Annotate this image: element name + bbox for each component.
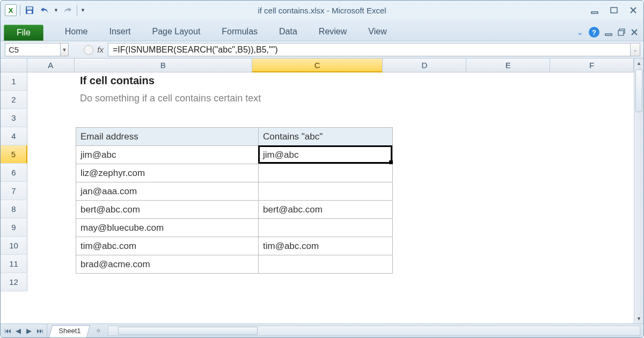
sheet-nav-last-icon[interactable]: ⏭ [35,326,45,336]
cell-email[interactable]: jan@aaa.com [76,182,259,201]
formula-input[interactable]: =IF(ISNUMBER(SEARCH("abc",B5)),B5,"") [108,43,631,56]
hscroll-thumb[interactable] [118,327,258,335]
tab-data[interactable]: Data [268,24,308,41]
cell-email[interactable]: tim@abc.com [76,237,259,255]
svg-rect-7 [618,31,624,35]
row-header[interactable]: 8 [1,200,27,218]
sheet-nav-prev-icon[interactable]: ◀ [13,326,23,336]
tab-insert[interactable]: Insert [98,24,141,41]
row-header[interactable]: 1 [1,72,27,91]
undo-icon[interactable] [39,4,50,16]
cell-result[interactable] [259,219,393,237]
cell-email[interactable]: may@bluecube.com [76,219,259,237]
fx-label[interactable]: fx [97,45,104,54]
app-window: X ▼ ▼ if cell contains.xlsx - Microsoft … [0,0,644,338]
title-bar: X ▼ ▼ if cell contains.xlsx - Microsoft … [1,1,643,20]
help-icon[interactable]: ? [589,27,599,38]
tab-page-layout[interactable]: Page Layout [141,24,211,41]
scroll-down-icon[interactable]: ▼ [634,314,643,324]
window-controls [589,5,639,15]
sheet-tab-bar: ⏮ ◀ ▶ ⏭ Sheet1 ✧ [1,324,643,337]
ribbon: File Home Insert Page Layout Formulas Da… [1,20,643,41]
svg-rect-1 [27,7,32,10]
fx-circle-icon [84,45,93,55]
excel-app-icon[interactable]: X [5,4,17,16]
minimize-icon[interactable] [589,5,601,15]
cell-email[interactable]: brad@acme.com [76,255,259,274]
cell-result[interactable] [259,182,393,201]
svg-rect-3 [591,12,598,13]
maximize-icon[interactable] [608,5,620,15]
svg-rect-5 [605,34,612,35]
window-title: if cell contains.xlsx - Microsoft Excel [1,6,643,15]
cells-area[interactable]: If cell contains Do something if a cell … [27,72,634,324]
tab-formulas[interactable]: Formulas [211,24,268,41]
save-icon[interactable] [24,4,35,16]
cell-result[interactable] [259,255,393,274]
row-header[interactable]: 4 [1,127,27,145]
sheet-subtitle: Do something if a cell contains certain … [80,93,261,104]
sheet-title: If cell contains [80,75,155,87]
row-header[interactable]: 3 [1,109,27,127]
select-all-corner[interactable] [1,58,27,72]
vertical-scrollbar[interactable]: ▲ ▼ [634,58,643,324]
column-header[interactable]: A [27,58,75,72]
row-header[interactable]: 10 [1,237,27,255]
row-header[interactable]: 9 [1,218,27,237]
row-header[interactable]: 7 [1,182,27,200]
row-header[interactable]: 5 [1,145,27,164]
tab-home[interactable]: Home [54,24,99,41]
quick-access-toolbar: X ▼ ▼ [5,4,85,16]
worksheet-grid[interactable]: ABCDEF 123456789101112 If cell contains … [1,58,643,324]
tab-review[interactable]: Review [308,24,357,41]
column-header[interactable]: C [252,58,383,72]
column-header[interactable]: F [550,58,634,72]
column-header[interactable]: D [383,58,466,72]
row-header[interactable]: 2 [1,91,27,109]
cell-result[interactable]: tim@abc.com [259,237,393,255]
header-email[interactable]: Email address [76,128,259,146]
name-box[interactable]: C5 [5,43,60,56]
file-tab[interactable]: File [4,25,43,41]
row-headers: 123456789101112 [1,72,27,324]
sheet-tab[interactable]: Sheet1 [49,325,90,337]
formula-expand-icon[interactable]: ⌄ [631,43,640,56]
cell-email[interactable]: bert@abc.com [76,201,259,219]
sheet-nav-next-icon[interactable]: ▶ [24,326,34,336]
scroll-up-icon[interactable]: ▲ [634,58,643,68]
horizontal-scrollbar[interactable] [108,326,640,336]
sheet-nav-first-icon[interactable]: ⏮ [3,326,12,336]
row-header[interactable]: 11 [1,255,27,273]
cell-result[interactable]: bert@abc.com [259,201,393,219]
cell-email[interactable]: liz@zephyr.com [76,164,259,182]
sheet-tab-label: Sheet1 [58,327,80,335]
cell-result[interactable]: jim@abc [259,146,393,164]
cell-result[interactable] [259,164,393,182]
column-header[interactable]: B [75,58,252,72]
data-table: Email address Contains "abc" jim@abcjim@… [76,127,393,274]
new-sheet-icon[interactable]: ✧ [92,324,105,337]
wb-restore-icon[interactable] [618,28,625,36]
vscroll-thumb[interactable] [635,69,642,112]
svg-rect-4 [611,8,617,13]
row-header[interactable]: 12 [1,273,27,291]
qat-sep [20,5,20,16]
qat-customize-icon[interactable]: ▼ [80,8,85,13]
row-header[interactable]: 6 [1,164,27,182]
wb-minimize-icon[interactable] [605,28,612,36]
undo-dropdown-icon[interactable]: ▼ [54,8,58,13]
column-header[interactable]: E [466,58,550,72]
cell-email[interactable]: jim@abc [76,146,259,164]
column-headers: ABCDEF [27,58,634,72]
header-contains[interactable]: Contains "abc" [259,128,393,146]
tab-view[interactable]: View [357,24,397,41]
qat-sep-2 [77,5,77,16]
close-icon[interactable] [627,5,639,15]
name-box-dropdown-icon[interactable]: ▼ [60,43,69,56]
redo-icon[interactable] [62,4,74,16]
formula-bar: C5 ▼ fx =IF(ISNUMBER(SEARCH("abc",B5)),B… [1,41,643,58]
svg-rect-2 [27,11,32,13]
ribbon-minimize-icon[interactable]: ⌄ [577,28,583,36]
wb-close-icon[interactable] [631,28,638,36]
